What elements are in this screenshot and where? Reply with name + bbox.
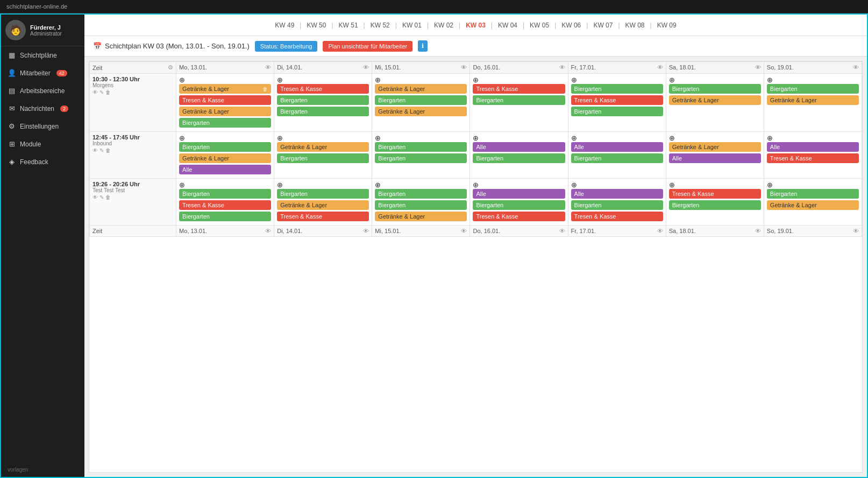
add-icon[interactable]: ⊕ [473, 181, 479, 189]
add-icon[interactable]: ⊕ [375, 181, 381, 189]
shift-block[interactable]: Biergarten [767, 189, 859, 199]
shift-block[interactable]: Biergarten [375, 95, 467, 105]
shift-block[interactable]: Biergarten [473, 153, 565, 163]
week-kw09[interactable]: KW 09 [652, 22, 682, 29]
add-icon[interactable]: ⊕ [669, 181, 675, 189]
add-icon[interactable]: ⊕ [375, 134, 381, 142]
week-kw03[interactable]: KW 03 [460, 22, 491, 29]
shift-block[interactable]: Tresen & Kasse [473, 84, 565, 94]
shift-block[interactable]: Tresen & Kasse [571, 95, 663, 105]
shift-block[interactable]: Biergarten [767, 84, 859, 94]
shift-block[interactable]: Alle [473, 189, 565, 199]
shift-block[interactable]: Getränke & Lager [179, 153, 271, 163]
info-button[interactable]: ℹ [418, 40, 428, 52]
shift-block[interactable]: Tresen & Kasse [179, 95, 271, 105]
invisible-button[interactable]: Plan unsichtbar für Mitarbeiter [323, 41, 412, 52]
add-icon[interactable]: ⊕ [767, 76, 773, 84]
shift-block[interactable]: Getränke & Lager [277, 200, 369, 210]
add-icon[interactable]: ⊕ [767, 181, 773, 189]
add-icon[interactable]: ⊕ [277, 76, 283, 84]
shift-block[interactable]: Alle [571, 142, 663, 152]
add-icon[interactable]: ⊕ [571, 76, 577, 84]
shift-block[interactable]: Getränke & Lager [375, 212, 467, 221]
edit-icon[interactable]: ✎ [99, 147, 104, 153]
add-icon[interactable]: ⊕ [473, 134, 479, 142]
shift-block[interactable]: Biergarten [375, 200, 467, 210]
shift-block[interactable]: Tresen & Kasse [277, 84, 369, 94]
shift-block[interactable]: Biergarten [669, 200, 761, 210]
shift-block[interactable]: Getränke & Lager [669, 95, 761, 105]
delete-icon[interactable]: 🗑 [105, 89, 111, 95]
shift-block[interactable]: Biergarten [277, 189, 369, 199]
shift-block[interactable]: Alle [571, 189, 663, 199]
shift-block[interactable]: Biergarten [179, 189, 271, 199]
add-icon[interactable]: ⊕ [767, 134, 773, 142]
shift-block[interactable]: Biergarten [375, 153, 467, 163]
shift-block[interactable]: Getränke & Lager [375, 107, 467, 116]
shift-block[interactable]: Biergarten [277, 153, 369, 163]
shift-block[interactable]: Biergarten [375, 142, 467, 152]
shift-block[interactable]: Getränke & Lager [767, 95, 859, 105]
shift-block[interactable]: Tresen & Kasse [277, 212, 369, 221]
edit-icon[interactable]: ✎ [99, 194, 104, 200]
shift-block[interactable]: Alle [767, 142, 859, 152]
sidebar-item-mitarbeiter[interactable]: 👤 Mitarbeiter 42 [1, 64, 84, 82]
shift-block[interactable]: Biergarten [277, 95, 369, 105]
week-kw08[interactable]: KW 08 [620, 22, 650, 29]
week-kw07[interactable]: KW 07 [588, 22, 618, 29]
shift-block[interactable]: Biergarten [571, 200, 663, 210]
add-icon[interactable]: ⊕ [179, 181, 185, 189]
week-kw04[interactable]: KW 04 [493, 22, 523, 29]
shift-block[interactable]: Biergarten [669, 84, 761, 94]
week-kw51[interactable]: KW 51 [333, 22, 364, 29]
shift-block[interactable]: Biergarten [179, 142, 271, 152]
trash-icon[interactable]: 🗑 [262, 86, 268, 92]
week-kw52[interactable]: KW 52 [365, 22, 395, 29]
shift-block[interactable]: Getränke & Lager [277, 142, 369, 152]
shift-block[interactable]: Biergarten [571, 84, 663, 94]
sidebar-item-einstellungen[interactable]: ⚙ Einstellungen [1, 117, 84, 135]
shift-block[interactable]: Getränke & Lager 🗑 [179, 84, 271, 94]
shift-block[interactable]: Tresen & Kasse [473, 212, 565, 221]
week-kw50[interactable]: KW 50 [301, 22, 331, 29]
shift-block[interactable]: Biergarten [473, 95, 565, 105]
shift-block[interactable]: Getränke & Lager [767, 200, 859, 210]
week-kw06[interactable]: KW 06 [556, 22, 586, 29]
week-kw49[interactable]: KW 49 [269, 22, 300, 29]
shift-block[interactable]: Biergarten [473, 200, 565, 210]
shift-block[interactable]: Biergarten [277, 107, 369, 116]
shift-block[interactable]: Tresen & Kasse [767, 153, 859, 163]
shift-block[interactable]: Tresen & Kasse [571, 212, 663, 221]
add-icon[interactable]: ⊕ [179, 134, 185, 142]
shift-block[interactable]: Getränke & Lager [669, 142, 761, 152]
shift-block[interactable]: Getränke & Lager [179, 107, 271, 116]
edit-icon[interactable]: ✎ [99, 89, 104, 95]
week-kw05[interactable]: KW 05 [524, 22, 554, 29]
shift-block[interactable]: Biergarten [571, 153, 663, 163]
shift-block[interactable]: Biergarten [375, 189, 467, 199]
sidebar-item-arbeitsbereiche[interactable]: ▤ Arbeitsbereiche [1, 82, 84, 100]
add-icon[interactable]: ⊕ [571, 181, 577, 189]
sidebar-item-module[interactable]: ⊞ Module [1, 135, 84, 153]
add-icon[interactable]: ⊕ [669, 134, 675, 142]
add-icon[interactable]: ⊕ [669, 76, 675, 84]
sidebar-item-schichtplaene[interactable]: ▦ Schichtpläne [1, 46, 84, 64]
week-kw02[interactable]: KW 02 [429, 22, 459, 29]
add-icon[interactable]: ⊕ [179, 76, 185, 84]
status-button[interactable]: Status: Bearbeitung [255, 41, 318, 52]
shift-block[interactable]: Alle [179, 165, 271, 174]
shift-block[interactable]: Tresen & Kasse [179, 200, 271, 210]
add-icon[interactable]: ⊕ [375, 76, 381, 84]
delete-icon[interactable]: 🗑 [105, 147, 111, 153]
add-icon[interactable]: ⊕ [473, 76, 479, 84]
shift-block[interactable]: Alle [473, 142, 565, 152]
add-icon[interactable]: ⊕ [277, 134, 283, 142]
sidebar-item-nachrichten[interactable]: ✉ Nachrichten 2 [1, 100, 84, 117]
shift-block[interactable]: Biergarten [571, 107, 663, 116]
add-icon[interactable]: ⊕ [571, 134, 577, 142]
add-icon[interactable]: ⊕ [277, 181, 283, 189]
shift-block[interactable]: Biergarten [179, 212, 271, 221]
shift-block[interactable]: Alle [669, 153, 761, 163]
shift-block[interactable]: Biergarten [179, 118, 271, 128]
shift-block[interactable]: Getränke & Lager [375, 84, 467, 94]
